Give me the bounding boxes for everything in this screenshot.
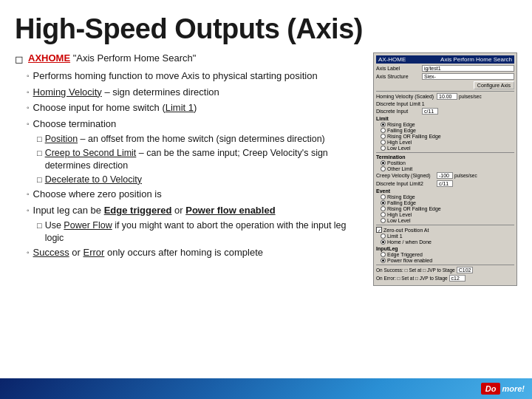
do-more-badge: Do bbox=[481, 383, 501, 395]
sub-sub-item-creep: □ Creep to Second Limit – can be the sam… bbox=[37, 147, 364, 171]
radio-rising-or-falling-circle bbox=[381, 134, 386, 139]
on-error-input[interactable]: c12 bbox=[449, 275, 466, 282]
event-section-title: Event bbox=[376, 188, 514, 194]
radio-event-rising-circle bbox=[381, 194, 386, 200]
inputleg-radio-group: Edge Triggered Power flow enabled bbox=[381, 252, 514, 263]
discrete-input-limit2-label: Discrete Input Limit2 bbox=[376, 181, 435, 186]
inputleg-section-title: InputLeg bbox=[376, 246, 514, 251]
zero-pos-radio-group: Limit 1 Home / when Done bbox=[381, 233, 514, 245]
sub-sub-list: □ Position – an offset from the home swi… bbox=[37, 133, 364, 185]
radio-edge-triggered[interactable]: Edge Triggered bbox=[381, 252, 514, 257]
checkbox-decel-icon: □ bbox=[37, 174, 42, 185]
radio-limit1[interactable]: Limit 1 bbox=[381, 233, 514, 239]
discrete-input-input[interactable]: c/11 bbox=[422, 108, 438, 115]
checkbox-creep-icon: □ bbox=[37, 148, 42, 158]
bullet-dot-4: ◦ bbox=[27, 119, 30, 129]
panel-axis-structure-row: Axis Structure Siex- bbox=[376, 73, 514, 80]
radio-other-limit[interactable]: Other Limit bbox=[381, 166, 514, 171]
bottom-bar: Do more! bbox=[0, 378, 532, 399]
radio-home-done[interactable]: Home / when Done bbox=[381, 239, 514, 245]
radio-event-low[interactable]: Low Level bbox=[381, 218, 514, 223]
limit-section-title: Limit bbox=[376, 116, 514, 121]
slide: High‑Speed Outputs (Axis) ◻ AXHOME "Axis… bbox=[0, 0, 532, 399]
checkbox-position-icon: □ bbox=[37, 134, 42, 144]
radio-power-flow[interactable]: Power flow enabled bbox=[381, 258, 514, 263]
zero-pos-checkbox[interactable]: ✓ Zero-out Position At bbox=[376, 227, 514, 233]
radio-event-low-label: Low Level bbox=[387, 218, 411, 223]
radio-event-high[interactable]: High Level bbox=[381, 212, 514, 217]
radio-position[interactable]: Position bbox=[381, 160, 514, 166]
discrete-input-limit2-input[interactable]: c/11 bbox=[437, 180, 453, 187]
radio-rising-edge-label: Rising Edge bbox=[387, 122, 415, 127]
text-area: ◻ AXHOME "Axis Perform Home Search" ◦ Pe… bbox=[15, 52, 364, 286]
more-label: more! bbox=[502, 384, 525, 393]
radio-position-label: Position bbox=[387, 160, 406, 166]
on-error-row: On Error: □ Set at □ JVP to Stage c12 bbox=[376, 275, 514, 282]
sub-item-3-text: Choose input for home switch (Limit 1) bbox=[33, 101, 197, 115]
axis-structure-input[interactable]: Siex- bbox=[422, 73, 514, 80]
axhome-label: AXHOME bbox=[28, 52, 70, 64]
radio-other-limit-circle bbox=[381, 166, 386, 171]
on-error-label: On Error: □ Set at □ JVP to Stage bbox=[376, 276, 448, 281]
creep-velocity-input[interactable]: -100 bbox=[437, 172, 453, 179]
radio-home-done-label: Home / when Done bbox=[387, 239, 432, 245]
sub-item-7-text: Success or Error only occurs after homin… bbox=[33, 246, 263, 259]
radio-power-flow-circle bbox=[381, 258, 386, 263]
sub-item-2-text: Homing Velocity – sign determines direct… bbox=[33, 86, 219, 99]
configure-axis-btn[interactable]: Configure Axis bbox=[474, 81, 514, 89]
sub-item-4: ◦ Choose termination bbox=[27, 117, 364, 131]
zero-pos-chk: ✓ bbox=[376, 227, 382, 233]
radio-rising-edge-circle bbox=[381, 122, 386, 127]
radio-event-low-circle bbox=[381, 218, 386, 223]
discrete-input-label: Discrete Input bbox=[376, 109, 420, 114]
radio-falling-edge[interactable]: Falling Edge bbox=[381, 128, 514, 133]
on-success-row: On Success: □ Set at □ JVP to Stage C102 bbox=[376, 267, 514, 273]
sub-list: ◦ Performs homing function to move Axis … bbox=[27, 69, 364, 259]
radio-home-done-circle bbox=[381, 239, 386, 245]
homing-velocity-input[interactable]: 10.00 bbox=[437, 93, 457, 100]
radio-low-level-circle bbox=[381, 146, 386, 151]
termination-radio-group: Position Other Limit bbox=[381, 160, 514, 171]
radio-rising-or-falling[interactable]: Rising OR Falling Edge bbox=[381, 134, 514, 139]
panel-img: AX-HOME Axis Perform Home Search Axis La… bbox=[373, 52, 517, 286]
divider-1 bbox=[376, 91, 514, 92]
radio-event-high-label: High Level bbox=[387, 212, 412, 217]
main-bullet-icon: ◻ bbox=[15, 53, 24, 65]
power-flow-list: □ Use Power Flow if you might want to ab… bbox=[37, 219, 364, 244]
panel-axis-label-row: Axis Label ig/test1 bbox=[376, 65, 514, 72]
creep-velocity-row: Creep Velocity (Signed) -100 pulses/sec bbox=[376, 172, 514, 179]
radio-rising-edge[interactable]: Rising Edge bbox=[381, 122, 514, 127]
radio-event-falling-label: Falling Edge bbox=[387, 200, 416, 205]
radio-high-level-label: High Level bbox=[387, 140, 412, 145]
sub-item-4-text: Choose termination bbox=[33, 117, 117, 131]
radio-high-level-circle bbox=[381, 140, 386, 145]
radio-high-level[interactable]: High Level bbox=[381, 140, 514, 145]
discrete-input-limit1-label: Discrete Input Limit 1 bbox=[376, 101, 435, 106]
sub-item-1-text: Performs homing function to move Axis to… bbox=[33, 69, 318, 83]
bullet-dot-1: ◦ bbox=[27, 71, 30, 81]
bullet-dot-2: ◦ bbox=[27, 87, 30, 98]
limit-radio-group: Rising Edge Falling Edge Rising OR Falli… bbox=[381, 122, 514, 151]
radio-event-falling[interactable]: Falling Edge bbox=[381, 200, 514, 205]
sub-item-6: ◦ Input leg can be Edge triggered or Pow… bbox=[27, 204, 364, 217]
sub-sub-item-decel: □ Decelerate to 0 Velocity bbox=[37, 174, 364, 185]
axis-label-input[interactable]: ig/test1 bbox=[422, 65, 514, 72]
bullet-dot-7: ◦ bbox=[27, 248, 30, 258]
bullet-dot-5: ◦ bbox=[27, 189, 30, 200]
panel-title-bar: AX-HOME Axis Perform Home Search bbox=[376, 55, 514, 64]
radio-power-flow-label: Power flow enabled bbox=[387, 258, 432, 263]
radio-low-level[interactable]: Low Level bbox=[381, 146, 514, 151]
sub-sub-item-position: □ Position – an offset from the home swi… bbox=[37, 133, 364, 145]
main-bullet-content: AXHOME "Axis Perform Home Search" bbox=[28, 52, 196, 64]
sub-sub-item-powerflow: □ Use Power Flow if you might want to ab… bbox=[37, 219, 364, 244]
discrete-input-row: Discrete Input c/11 bbox=[376, 108, 514, 115]
on-success-input[interactable]: C102 bbox=[457, 267, 473, 273]
divider-4 bbox=[376, 265, 514, 265]
sub-item-3: ◦ Choose input for home switch (Limit 1) bbox=[27, 101, 364, 115]
axis-label-label: Axis Label bbox=[376, 66, 420, 71]
radio-event-rising-label: Rising Edge bbox=[387, 194, 415, 200]
radio-low-level-label: Low Level bbox=[387, 146, 411, 151]
radio-event-rising[interactable]: Rising Edge bbox=[381, 194, 514, 200]
radio-event-high-circle bbox=[381, 212, 386, 217]
radio-event-rising-or-falling[interactable]: Rising OR Falling Edge bbox=[381, 206, 514, 211]
